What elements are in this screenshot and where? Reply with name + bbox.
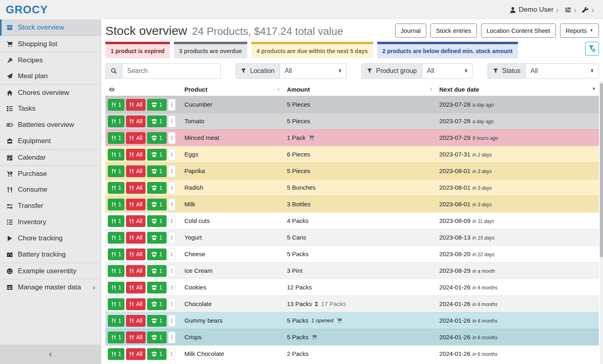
row-menu-button[interactable]: [168, 149, 175, 161]
consume-all-button[interactable]: All: [126, 99, 145, 111]
sidebar-item-tasks[interactable]: Tasks: [0, 101, 101, 117]
open-one-button[interactable]: 1: [147, 99, 167, 111]
consume-one-button[interactable]: 1: [108, 99, 124, 111]
filter-select[interactable]: All ▲▼: [280, 63, 347, 79]
open-one-button[interactable]: 1: [147, 265, 167, 277]
scrollbar-thumb[interactable]: [600, 83, 603, 257]
open-one-button[interactable]: 1: [147, 232, 167, 244]
sidebar-item-example-userentity[interactable]: Example userentity: [0, 263, 101, 279]
row-menu-button[interactable]: [168, 265, 175, 277]
sidebar-item-batteries-overview[interactable]: Batteries overview: [0, 117, 101, 133]
sidebar-item-purchase[interactable]: Purchase: [0, 165, 101, 182]
row-menu-button[interactable]: [168, 116, 175, 127]
filter-select[interactable]: All ▲▼: [422, 63, 473, 79]
open-one-button[interactable]: 1: [147, 199, 167, 210]
location-content-sheet-button[interactable]: Location Content Sheet: [481, 24, 556, 38]
row-menu-button[interactable]: [168, 165, 175, 177]
consume-all-button[interactable]: All: [126, 315, 145, 327]
consume-one-button[interactable]: 1: [108, 149, 124, 161]
column-header-amount[interactable]: Amount ▲▼: [284, 84, 436, 96]
consume-one-button[interactable]: 1: [108, 232, 124, 244]
open-one-button[interactable]: 1: [147, 215, 167, 227]
sidebar-item-inventory[interactable]: Inventory: [0, 214, 101, 230]
sidebar-collapse-button[interactable]: ‹: [0, 345, 101, 364]
row-menu-button[interactable]: [168, 248, 175, 260]
consume-one-button[interactable]: 1: [108, 116, 124, 127]
row-menu-button[interactable]: [168, 298, 175, 310]
banner-overdue[interactable]: 3 products are overdue: [174, 42, 247, 58]
consume-one-button[interactable]: 1: [108, 199, 124, 210]
consume-all-button[interactable]: All: [126, 116, 145, 127]
consume-one-button[interactable]: 1: [108, 298, 124, 310]
sidebar-item-equipment[interactable]: Equipment: [0, 133, 101, 149]
open-one-button[interactable]: 1: [147, 332, 167, 343]
clear-filters-button[interactable]: [585, 42, 599, 56]
open-one-button[interactable]: 1: [147, 248, 167, 260]
row-menu-button[interactable]: [168, 282, 175, 293]
consume-one-button[interactable]: 1: [108, 282, 124, 293]
consume-one-button[interactable]: 1: [108, 248, 124, 260]
sidebar-item-transfer[interactable]: Transfer: [0, 198, 101, 214]
consume-all-button[interactable]: All: [126, 332, 145, 343]
consume-one-button[interactable]: 1: [108, 265, 124, 277]
consume-one-button[interactable]: 1: [108, 215, 124, 227]
consume-one-button[interactable]: 1: [108, 332, 124, 343]
row-menu-button[interactable]: [168, 232, 175, 244]
vertical-scrollbar[interactable]: [600, 81, 603, 364]
settings-menu[interactable]: ›: [565, 6, 577, 14]
user-menu[interactable]: Demo User ›: [509, 6, 559, 14]
open-one-button[interactable]: 1: [147, 182, 167, 194]
filter-select[interactable]: All ▲▼: [526, 63, 599, 79]
open-one-button[interactable]: 1: [147, 116, 167, 127]
column-header-product[interactable]: Product ▲▼: [181, 84, 284, 96]
column-header-next-due-date[interactable]: Next due date ▲▼: [436, 84, 599, 96]
row-menu-button[interactable]: [168, 315, 175, 327]
banner-due-soon[interactable]: 4 products are due within the next 5 day…: [251, 42, 373, 58]
consume-all-button[interactable]: All: [126, 165, 145, 177]
consume-one-button[interactable]: 1: [108, 165, 124, 177]
consume-all-button[interactable]: All: [126, 199, 145, 210]
consume-all-button[interactable]: All: [126, 215, 145, 227]
banner-below-min[interactable]: 2 products are below defined min. stock …: [377, 42, 518, 58]
row-menu-button[interactable]: [168, 99, 175, 111]
sidebar-item-consume[interactable]: Consume: [0, 182, 101, 198]
row-menu-button[interactable]: [168, 182, 175, 194]
consume-all-button[interactable]: All: [126, 265, 145, 277]
consume-one-button[interactable]: 1: [108, 182, 124, 194]
row-menu-button[interactable]: [168, 199, 175, 210]
row-menu-button[interactable]: [168, 215, 175, 227]
reports-button[interactable]: Reports ▼: [560, 24, 599, 38]
stock-entries-button[interactable]: Stock entries: [430, 24, 477, 38]
consume-one-button[interactable]: 1: [108, 315, 124, 327]
open-one-button[interactable]: 1: [147, 149, 167, 161]
open-one-button[interactable]: 1: [147, 132, 167, 144]
consume-all-button[interactable]: All: [126, 132, 145, 144]
sidebar-item-manage-master-data[interactable]: Manage master data ›: [0, 279, 101, 295]
row-menu-button[interactable]: [168, 132, 175, 144]
consume-all-button[interactable]: All: [126, 298, 145, 310]
consume-all-button[interactable]: All: [126, 248, 145, 260]
open-one-button[interactable]: 1: [147, 298, 167, 310]
open-one-button[interactable]: 1: [147, 165, 167, 177]
sidebar-item-chore-tracking[interactable]: Chore tracking: [0, 230, 101, 246]
consume-all-button[interactable]: All: [126, 348, 145, 360]
row-menu-button[interactable]: [168, 332, 175, 343]
banner-expired[interactable]: 1 product is expired: [105, 42, 170, 58]
sidebar-item-recipes[interactable]: Recipes: [0, 52, 101, 68]
open-one-button[interactable]: 1: [147, 348, 167, 360]
sidebar-item-stock-overview[interactable]: Stock overview: [0, 19, 101, 36]
consume-all-button[interactable]: All: [126, 149, 145, 161]
sidebar-item-shopping-list[interactable]: Shopping list: [0, 36, 101, 52]
consume-all-button[interactable]: All: [126, 182, 145, 194]
sidebar-item-calendar[interactable]: Calendar: [0, 149, 101, 165]
open-one-button[interactable]: 1: [147, 315, 167, 327]
consume-one-button[interactable]: 1: [108, 348, 124, 360]
sidebar-item-battery-tracking[interactable]: Battery tracking: [0, 246, 101, 263]
sidebar-item-chores-overview[interactable]: Chores overview: [0, 84, 101, 101]
admin-menu[interactable]: ›: [582, 6, 594, 14]
consume-one-button[interactable]: 1: [108, 132, 124, 144]
open-one-button[interactable]: 1: [147, 282, 167, 293]
journal-button[interactable]: Journal: [395, 24, 426, 38]
consume-all-button[interactable]: All: [126, 232, 145, 244]
sidebar-item-meal-plan[interactable]: Meal plan: [0, 68, 101, 84]
